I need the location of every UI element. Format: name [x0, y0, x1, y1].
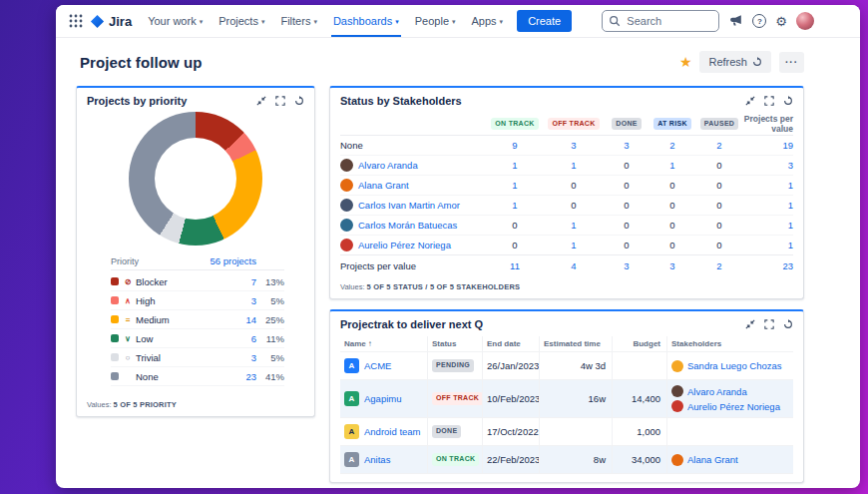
- help-icon[interactable]: ?: [752, 14, 766, 28]
- stakeholder-item: Alana Grant: [671, 454, 738, 466]
- minimize-icon[interactable]: [745, 96, 755, 106]
- refresh-button[interactable]: Refresh: [699, 51, 771, 73]
- chevron-down-icon: ▾: [313, 18, 317, 26]
- status-count[interactable]: 1: [544, 160, 604, 171]
- status-count[interactable]: 1: [544, 240, 604, 250]
- profile-avatar[interactable]: [796, 12, 814, 30]
- status-grand-total[interactable]: 23: [743, 260, 793, 271]
- status-count[interactable]: 3: [544, 140, 604, 151]
- project-name-cell: AAnitas: [340, 446, 428, 473]
- status-count[interactable]: 3: [604, 140, 650, 151]
- priority-percent: 5%: [256, 352, 284, 363]
- status-count[interactable]: 1: [486, 180, 544, 191]
- values-label: Values:: [340, 282, 364, 291]
- expand-icon[interactable]: [764, 319, 774, 329]
- project-link[interactable]: ACME: [364, 360, 391, 371]
- legend-row: =Medium1425%: [111, 310, 284, 329]
- status-count: 0: [604, 240, 650, 250]
- gear-icon[interactable]: ⚙: [775, 15, 787, 28]
- status-column-header: Projects per value: [743, 114, 793, 134]
- status-count[interactable]: 1: [650, 160, 695, 171]
- status-total-count[interactable]: 11: [486, 260, 544, 271]
- project-link[interactable]: Agapimu: [364, 393, 402, 404]
- more-options-button[interactable]: ···: [779, 52, 804, 73]
- create-button[interactable]: Create: [517, 10, 572, 32]
- nav-item-apps[interactable]: Apps▾: [464, 5, 512, 37]
- deliver-column-header[interactable]: Status: [428, 336, 483, 351]
- status-total-count[interactable]: 2: [695, 260, 743, 271]
- stakeholder-link[interactable]: Carlos Morán Batuecas: [358, 220, 457, 231]
- project-name-cell: AACME: [340, 352, 428, 379]
- project-status-cell: ON TRACK: [428, 446, 483, 473]
- priority-values-footer: Values: 5 OF 5 PRIORITY: [87, 400, 177, 409]
- status-count[interactable]: 1: [486, 160, 544, 171]
- status-count[interactable]: 1: [486, 200, 544, 211]
- stakeholder-link[interactable]: Alvaro Aranda: [358, 160, 418, 171]
- jira-logo[interactable]: Jira: [88, 14, 140, 29]
- gadget-refresh-icon[interactable]: [783, 96, 793, 106]
- priority-donut[interactable]: [129, 112, 262, 246]
- nav-item-people[interactable]: People▾: [407, 5, 464, 37]
- status-row-total[interactable]: 1: [743, 180, 793, 191]
- expand-icon[interactable]: [764, 96, 774, 106]
- minimize-icon[interactable]: [745, 319, 755, 329]
- project-link[interactable]: Android team: [364, 426, 421, 437]
- nav-item-filters[interactable]: Filters▾: [272, 5, 324, 37]
- total-projects-link[interactable]: 56 projects: [211, 255, 256, 266]
- project-link[interactable]: Anitas: [364, 454, 390, 465]
- stakeholder-link[interactable]: Aurelio Pérez Noriega: [358, 240, 451, 250]
- projects-by-priority-gadget: Projects by priority Priority 56 project…: [76, 86, 315, 417]
- status-count[interactable]: 2: [695, 140, 743, 151]
- status-row-total[interactable]: 1: [743, 220, 793, 231]
- priority-icon: ∧: [123, 296, 133, 305]
- status-count[interactable]: 1: [544, 220, 604, 231]
- status-row-total[interactable]: 1: [743, 240, 793, 250]
- priority-count-link[interactable]: 6: [232, 333, 256, 344]
- status-total-count[interactable]: 3: [650, 260, 695, 271]
- app-switcher-button[interactable]: [64, 9, 88, 33]
- deliver-column-header[interactable]: Estimated time: [540, 336, 613, 351]
- stakeholder-link[interactable]: Alana Grant: [358, 180, 409, 191]
- stakeholder-link[interactable]: Aurelio Pérez Noriega: [687, 401, 780, 412]
- priority-count-link[interactable]: 14: [232, 314, 256, 325]
- gadget-refresh-icon[interactable]: [294, 96, 304, 106]
- status-count[interactable]: 9: [486, 140, 544, 151]
- gadget-refresh-icon[interactable]: [783, 319, 793, 329]
- deliver-column-label: Name: [344, 339, 366, 348]
- stakeholder-link[interactable]: Alana Grant: [687, 454, 738, 465]
- megaphone-icon[interactable]: [729, 14, 743, 28]
- deliver-column-label: Budget: [633, 339, 660, 348]
- status-row: Alana Grant100001: [340, 176, 793, 196]
- priority-percent: 25%: [256, 314, 284, 325]
- priority-count-link[interactable]: 3: [232, 352, 256, 363]
- status-row: Aurelio Pérez Noriega010001: [340, 236, 793, 255]
- status-total-count[interactable]: 4: [544, 260, 604, 271]
- status-row-total[interactable]: 1: [743, 200, 793, 211]
- deliver-column-header[interactable]: End date: [483, 336, 540, 351]
- stakeholder-link[interactable]: Carlos Ivan Martin Amor: [358, 200, 460, 211]
- gadget-title: Status by Stakeholders: [340, 95, 462, 107]
- nav-item-dashboards[interactable]: Dashboards▾: [325, 5, 407, 37]
- legend-row: ⊘Blocker713%: [111, 272, 284, 291]
- deliver-column-header[interactable]: Stakeholders: [667, 336, 793, 351]
- deliver-column-header[interactable]: Budget: [613, 336, 667, 351]
- favorite-star-icon[interactable]: ★: [679, 55, 692, 69]
- app-window: Jira Your work▾Projects▾Filters▾Dashboar…: [56, 5, 860, 488]
- page-title: Project follow up: [80, 54, 203, 71]
- priority-count-link[interactable]: 7: [232, 276, 256, 287]
- status-count[interactable]: 2: [650, 140, 695, 151]
- priority-count-link[interactable]: 3: [232, 295, 256, 306]
- project-status-cell: PENDING: [428, 352, 483, 379]
- deliver-column-header[interactable]: Name↑: [340, 336, 428, 351]
- priority-count-link[interactable]: 23: [232, 371, 256, 382]
- stakeholder-link[interactable]: Alvaro Aranda: [687, 386, 747, 397]
- expand-icon[interactable]: [275, 96, 285, 106]
- minimize-icon[interactable]: [256, 96, 266, 106]
- stakeholder-link[interactable]: Sandra Luego Chozas: [687, 360, 782, 371]
- header-actions: ★ Refresh ···: [679, 51, 804, 73]
- status-row-total[interactable]: 19: [743, 140, 793, 151]
- nav-item-your-work[interactable]: Your work▾: [140, 5, 211, 37]
- status-total-count[interactable]: 3: [604, 260, 650, 271]
- status-row-total[interactable]: 3: [743, 160, 793, 171]
- nav-item-projects[interactable]: Projects▾: [211, 5, 272, 37]
